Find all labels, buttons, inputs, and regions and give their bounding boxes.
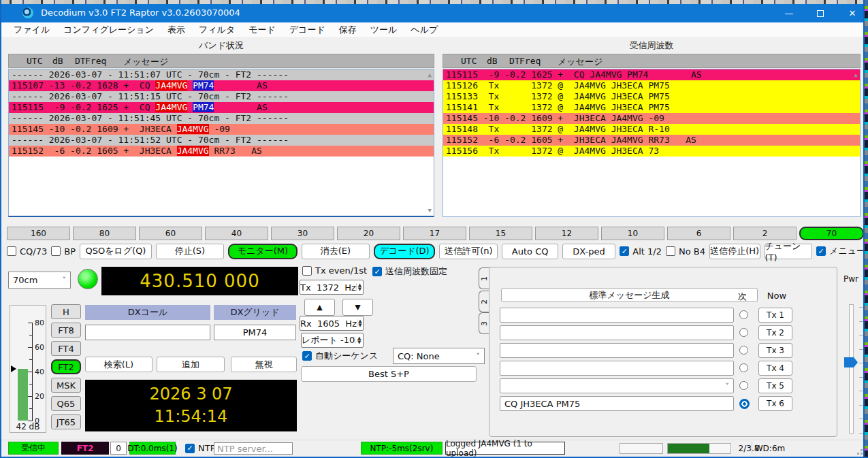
menu-item-7[interactable]: ツール — [364, 22, 404, 37]
band-button-17[interactable]: 17 — [403, 227, 466, 240]
now-button-tx5[interactable]: Tx 5 — [758, 378, 792, 393]
decode-row[interactable]: 115156 Tx 1372 @ JA4MVG JH3ECA 73 — [443, 146, 860, 157]
stop-tx-button[interactable]: 送信停止(H) — [709, 244, 760, 259]
title-bar[interactable]: Decodium v3.0 FT2 Raptor v3.0.2603070004… — [1, 4, 868, 22]
band-button-10[interactable]: 10 — [601, 227, 664, 240]
monitor-button[interactable]: モニター(M) — [228, 244, 298, 259]
checkbox-bp[interactable]: BP — [51, 246, 76, 257]
mode-button-ft8[interactable]: FT8 — [51, 323, 81, 338]
decode-row[interactable]: 115133 Tx 1372 @ JA4MVG JH3ECA PM75 — [443, 91, 860, 102]
ntp-server-input[interactable] — [214, 442, 293, 455]
cq-select[interactable]: CQ: None˅ — [393, 348, 485, 364]
freq-down-button[interactable]: ▼ — [342, 299, 373, 316]
band-button-80[interactable]: 80 — [73, 227, 136, 240]
tx-message-field-4[interactable] — [500, 361, 734, 376]
decode-row[interactable]: 115145 -10 -0.2 1609 + JH3ECA JA4MVG -09 — [443, 113, 860, 124]
decode-row[interactable]: 115126 Tx 1372 @ JA4MVG JH3ECA PM75 — [443, 80, 860, 91]
band-select[interactable]: 70cm˅ — [8, 272, 71, 289]
tx-message-field-2[interactable] — [500, 325, 734, 340]
menu-item-2[interactable]: 表示 — [161, 22, 192, 37]
band-button-160[interactable]: 160 — [7, 227, 70, 240]
next-radio-1[interactable] — [739, 310, 748, 319]
tx-message-field-6[interactable]: CQ JH3ECA PM75 — [500, 396, 734, 411]
decode-row[interactable]: 115107 -13 -0.2 1628 + CQ JA4MVG PM74 AS — [9, 80, 434, 91]
pwr-slider-handle[interactable] — [844, 357, 858, 367]
decode-row[interactable]: 115145 -10 -0.2 1609 + JH3ECA JA4MVG -09 — [9, 124, 434, 135]
mode-button-ft4[interactable]: FT4 — [51, 341, 81, 356]
now-button-tx3[interactable]: Tx 3 — [758, 343, 792, 358]
enable-tx-button[interactable]: 送信許可(n) — [439, 244, 498, 259]
scroll-up-icon[interactable]: ▲ — [428, 71, 432, 78]
freq-up-button[interactable]: ▲ — [304, 299, 335, 316]
next-radio-3[interactable] — [739, 346, 748, 355]
halt-button[interactable]: 停止(S) — [156, 244, 224, 259]
menu-item-5[interactable]: デコード — [283, 22, 332, 37]
decode-row[interactable]: 115152 -6 -0.2 1605 + JH3ECA JA4MVG RR73… — [9, 146, 434, 157]
band-button-20[interactable]: 20 — [337, 227, 400, 240]
decode-row[interactable]: 115115 -9 -0.2 1625 + CQ JA4MVG PM74 AS — [443, 69, 860, 80]
band-button-6[interactable]: 6 — [667, 227, 730, 240]
now-button-tx6[interactable]: Tx 6 — [758, 396, 792, 411]
tx-even-checkbox[interactable]: Tx even/1st — [302, 265, 367, 276]
decode-button[interactable]: デコード(D) — [374, 244, 435, 259]
best-sp-button[interactable]: Best S+P — [301, 366, 477, 382]
band-button-30[interactable]: 30 — [271, 227, 334, 240]
spinner-arrows-icon[interactable]: ▲▼ — [357, 319, 363, 327]
band-button-15[interactable]: 15 — [469, 227, 532, 240]
menu-item-3[interactable]: フィルタ — [192, 22, 242, 37]
scroll-up-icon[interactable]: ▲ — [854, 71, 858, 78]
menu-item-4[interactable]: モード — [242, 22, 283, 37]
menu-item-0[interactable]: ファイル — [7, 22, 57, 37]
tx-message-field-3[interactable] — [500, 343, 734, 358]
add-button[interactable]: 追加 — [157, 357, 225, 372]
menu-item-6[interactable]: 保存 — [332, 22, 364, 37]
dx-grid-input[interactable] — [214, 325, 296, 340]
now-button-tx2[interactable]: Tx 2 — [758, 325, 792, 340]
ignore-button[interactable]: 無視 — [231, 357, 297, 372]
spinner-arrows-icon[interactable]: ▲▼ — [356, 283, 363, 291]
band-button-12[interactable]: 12 — [535, 227, 598, 240]
band-button-40[interactable]: 40 — [205, 227, 268, 240]
auto-seq-checkbox[interactable]: ✓ 自動シーケンス — [302, 350, 378, 362]
mode-button-msk[interactable]: MSK — [51, 378, 81, 393]
report-spinner[interactable]: レポート -10 ▲▼ — [301, 333, 364, 348]
tab-1[interactable]: 1 — [479, 267, 489, 289]
now-button-tx4[interactable]: Tx 4 — [758, 361, 792, 376]
checkbox-menu[interactable]: ✓メニュー — [816, 245, 865, 257]
checkbox-no-b4[interactable]: No B4 — [666, 246, 705, 257]
lookup-button[interactable]: 検索(L) — [85, 357, 152, 372]
mode-button-ft2[interactable]: FT2 — [51, 359, 81, 374]
rx-freq-spinner[interactable]: Rx 1605 Hz ▲▼ — [300, 316, 364, 331]
spinner-arrows-icon[interactable]: ▲▼ — [355, 336, 363, 344]
now-button-tx1[interactable]: Tx 1 — [758, 308, 792, 323]
band-button-2[interactable]: 2 — [733, 227, 797, 240]
maximize-button[interactable] — [805, 4, 836, 22]
mode-button-q65[interactable]: Q65 — [51, 396, 81, 411]
next-radio-4[interactable] — [739, 363, 748, 372]
next-radio-2[interactable] — [739, 328, 748, 337]
pwr-slider-track[interactable] — [849, 304, 854, 434]
tx-freq-spinner[interactable]: Tx 1372 Hz ▲▼ — [300, 280, 364, 295]
checkbox-alt-12[interactable]: ✓Alt 1/2 — [620, 246, 662, 257]
ntp-checkbox[interactable]: ✓ NTP — [185, 443, 216, 453]
minimize-button[interactable]: — — [773, 4, 805, 22]
dx-ped-button[interactable]: DX-ped — [562, 244, 615, 259]
tab-3[interactable]: 3 — [479, 312, 489, 334]
mode-button-jt65[interactable]: JT65 — [51, 414, 81, 429]
dx-call-input[interactable] — [85, 325, 210, 340]
tx-message-field-5[interactable]: ˅ — [500, 378, 734, 393]
checkbox-cq73[interactable]: CQ/73 — [7, 246, 47, 257]
auto-cq-button[interactable]: Auto CQ — [502, 244, 558, 259]
tx-message-field-1[interactable] — [500, 308, 734, 323]
band-button-60[interactable]: 60 — [139, 227, 202, 240]
hold-tx-freq-checkbox[interactable]: ✓ 送信周波数固定 — [372, 265, 447, 278]
decode-row[interactable]: 115115 -9 -0.2 1625 + CQ JA4MVG PM74 AS — [9, 102, 434, 113]
log-qso-button[interactable]: QSOをログ(Q) — [80, 244, 152, 259]
scroll-down-icon[interactable]: ▼ — [428, 207, 432, 214]
decode-row[interactable]: 115152 -6 -0.2 1605 + JH3ECA JA4MVG RR73… — [443, 135, 860, 146]
decode-row[interactable]: 115148 Tx 1372 @ JA4MVG JH3ECA R-10 — [443, 124, 860, 135]
tab-2[interactable]: 2 — [479, 291, 489, 312]
erase-button[interactable]: 消去(E) — [302, 244, 370, 259]
next-radio-5[interactable] — [739, 381, 748, 390]
band-button-70[interactable]: 70 — [799, 227, 864, 240]
